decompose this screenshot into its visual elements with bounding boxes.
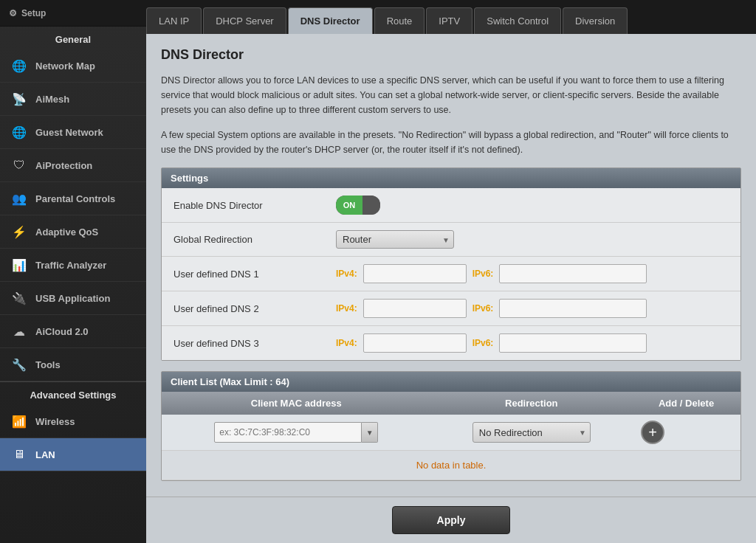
col-mac-header: Client MAC address	[162, 392, 430, 415]
adaptive-qos-icon: ⚡	[10, 223, 28, 241]
col-redirect-header: Redirection	[430, 392, 632, 415]
no-data-cell: No data in table.	[162, 451, 740, 480]
settings-section: Settings Enable DNS Director ON Global R…	[161, 167, 741, 361]
client-mac-input[interactable]	[214, 422, 362, 443]
sidebar-item-label: Tools	[35, 359, 61, 370]
tab-dns-director[interactable]: DNS Director	[288, 7, 373, 34]
global-redirection-label: Global Redirection	[173, 234, 336, 245]
sidebar-item-tools[interactable]: 🔧 Tools	[0, 348, 146, 381]
apply-button[interactable]: Apply	[392, 506, 511, 534]
sidebar-item-label: USB Application	[35, 293, 110, 304]
add-delete-cell: +	[632, 415, 740, 451]
sidebar-item-aicloud[interactable]: ☁ AiCloud 2.0	[0, 315, 146, 348]
mac-input-wrapper: ▼	[214, 422, 378, 443]
dns1-ipv6-input[interactable]	[499, 264, 647, 283]
sidebar-item-label: Guest Network	[35, 127, 103, 138]
tab-iptv[interactable]: IPTV	[426, 7, 472, 34]
global-redirection-select[interactable]: Router	[336, 230, 454, 249]
parental-controls-icon: 👥	[10, 190, 28, 207]
sidebar-item-label: Parental Controls	[35, 193, 115, 204]
no-data-row: No data in table.	[162, 451, 740, 480]
dns3-content: IPv4: IPv6:	[336, 333, 729, 353]
tab-lan-ip[interactable]: LAN IP	[146, 7, 202, 34]
enable-dns-label: Enable DNS Director	[173, 200, 336, 211]
usb-application-icon: 🔌	[10, 289, 28, 307]
sidebar-item-label: AiProtection	[35, 160, 92, 171]
dns1-ipv4-label: IPv4:	[336, 269, 357, 279]
dns2-ipv4-input[interactable]	[363, 299, 467, 318]
sidebar-item-label: AiMesh	[35, 94, 69, 105]
col-add-delete-header: Add / Delete	[632, 392, 740, 415]
client-input-row: ▼ No Redirection +	[162, 415, 740, 451]
sidebar-item-guest-network[interactable]: 🌐 Guest Network	[0, 116, 146, 149]
sidebar-item-label: AiCloud 2.0	[35, 326, 89, 337]
advanced-settings-label: Advanced Settings	[0, 381, 146, 405]
sidebar-item-label: Wireless	[35, 416, 75, 427]
dns2-content: IPv4: IPv6:	[336, 299, 729, 318]
sidebar-header-label: Setup	[21, 8, 46, 18]
dns3-ipv6-input[interactable]	[499, 333, 647, 353]
sidebar-item-network-map[interactable]: 🌐 Network Map	[0, 49, 146, 83]
tools-icon: 🔧	[10, 356, 28, 373]
toggle-on-label: ON	[336, 196, 362, 215]
settings-header: Settings	[162, 168, 740, 188]
main-area: LAN IP DHCP Server DNS Director Route IP…	[146, 0, 756, 543]
dns3-row: User defined DNS 3 IPv4: IPv6:	[162, 326, 740, 360]
lan-icon: 🖥	[10, 446, 28, 463]
traffic-analyzer-icon: 📊	[10, 256, 28, 274]
client-table: Client MAC address Redirection Add / Del…	[162, 392, 740, 480]
sidebar-item-label: Adaptive QoS	[35, 226, 98, 238]
mac-dropdown-button[interactable]: ▼	[362, 422, 378, 443]
enable-dns-row: Enable DNS Director ON	[162, 188, 740, 223]
sidebar-item-lan[interactable]: 🖥 LAN	[0, 438, 146, 471]
tab-bar: LAN IP DHCP Server DNS Director Route IP…	[146, 0, 756, 34]
tab-route[interactable]: Route	[374, 7, 425, 34]
sidebar-item-adaptive-qos[interactable]: ⚡ Adaptive QoS	[0, 215, 146, 249]
dns1-row: User defined DNS 1 IPv4: IPv6:	[162, 257, 740, 291]
redirection-select[interactable]: No Redirection	[472, 422, 591, 443]
sidebar-item-aiprotection[interactable]: 🛡 AiProtection	[0, 149, 146, 182]
sidebar-item-usb-application[interactable]: 🔌 USB Application	[0, 282, 146, 315]
dns1-content: IPv4: IPv6:	[336, 264, 729, 283]
dns3-ipv6-label: IPv6:	[472, 338, 494, 348]
redirection-cell: No Redirection	[430, 415, 632, 451]
sidebar-item-traffic-analyzer[interactable]: 📊 Traffic Analyzer	[0, 249, 146, 282]
dns2-row: User defined DNS 2 IPv4: IPv6:	[162, 291, 740, 326]
redirection-wrapper: No Redirection	[472, 422, 591, 443]
sidebar-item-label: LAN	[35, 449, 55, 460]
toggle-off-area	[362, 196, 380, 215]
sidebar-item-label: Traffic Analyzer	[35, 260, 106, 271]
wireless-icon: 📶	[10, 412, 28, 430]
sidebar: ⚙ Setup General 🌐 Network Map 📡 AiMesh 🌐…	[0, 0, 146, 543]
dns1-ipv6-label: IPv6:	[472, 269, 494, 279]
description2: A few special System options are availab…	[161, 128, 741, 157]
dns1-ipv4-input[interactable]	[363, 264, 467, 283]
dns1-label: User defined DNS 1	[173, 269, 336, 280]
mac-input-cell: ▼	[162, 415, 430, 451]
client-list-header: Client List (Max Limit : 64)	[162, 372, 740, 392]
guest-network-icon: 🌐	[10, 123, 28, 141]
dns3-ipv4-input[interactable]	[363, 333, 467, 353]
dns3-label: User defined DNS 3	[173, 338, 336, 349]
settings-body: Enable DNS Director ON Global Redirectio…	[162, 188, 740, 360]
dns2-ipv6-input[interactable]	[499, 299, 647, 318]
sidebar-item-aimesh[interactable]: 📡 AiMesh	[0, 83, 146, 116]
apply-bar: Apply	[146, 497, 756, 543]
enable-dns-toggle[interactable]: ON	[336, 196, 380, 215]
aiprotection-icon: 🛡	[10, 156, 28, 174]
tab-dhcp-server[interactable]: DHCP Server	[203, 7, 286, 34]
network-map-icon: 🌐	[10, 57, 28, 75]
sidebar-item-parental-controls[interactable]: 👥 Parental Controls	[0, 182, 146, 215]
aicloud-icon: ☁	[10, 322, 28, 340]
dns2-ipv6-label: IPv6:	[472, 303, 494, 314]
client-list-section: Client List (Max Limit : 64) Client MAC …	[161, 371, 741, 481]
add-client-button[interactable]: +	[641, 421, 664, 444]
sidebar-item-wireless[interactable]: 📶 Wireless	[0, 405, 146, 438]
sidebar-header: ⚙ Setup	[0, 0, 146, 27]
global-redirection-wrapper: Router	[336, 230, 454, 249]
sidebar-item-label: Network Map	[35, 60, 95, 72]
tab-diversion[interactable]: Diversion	[563, 7, 628, 34]
page-title: DNS Director	[161, 47, 741, 63]
tab-switch-control[interactable]: Switch Control	[474, 7, 561, 34]
description1: DNS Director allows you to force LAN dev…	[161, 73, 741, 117]
